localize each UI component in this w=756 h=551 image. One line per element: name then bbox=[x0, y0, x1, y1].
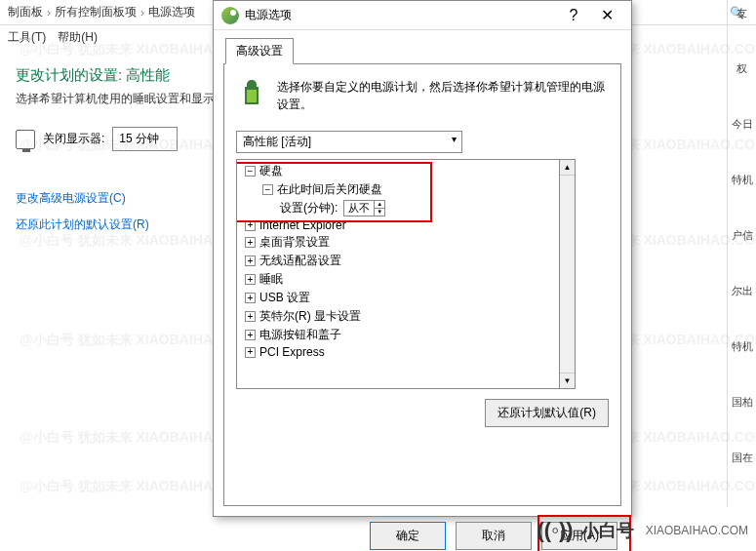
tree-item[interactable]: +桌面背景设置 bbox=[237, 233, 559, 252]
expand-icon[interactable]: + bbox=[245, 347, 256, 358]
tree-item[interactable]: +英特尔(R) 显卡设置 bbox=[237, 307, 559, 326]
tree-item[interactable]: +无线适配器设置 bbox=[237, 252, 559, 270]
scroll-up-icon[interactable]: ▲ bbox=[560, 160, 575, 176]
restore-defaults-button[interactable]: 还原计划默认值(R) bbox=[485, 399, 609, 427]
tree-item[interactable]: +电源按钮和盖子 bbox=[237, 326, 559, 344]
battery-icon bbox=[236, 78, 267, 109]
dialog-title: 电源选项 bbox=[245, 7, 557, 23]
power-icon bbox=[221, 7, 239, 24]
breadcrumb-item[interactable]: 所有控制面板项 bbox=[55, 4, 137, 20]
expand-icon[interactable]: + bbox=[245, 311, 256, 322]
highlight-box bbox=[236, 162, 432, 222]
settings-tree: − 硬盘 − 在此时间后关闭硬盘 设置(分钟): 从不 ▲▼ bbox=[236, 159, 560, 389]
breadcrumb-item[interactable]: 制面板 bbox=[8, 4, 43, 20]
expand-icon[interactable]: + bbox=[245, 293, 256, 303]
menu-tools[interactable]: 工具(T) bbox=[8, 29, 46, 47]
chevron-icon: › bbox=[47, 6, 51, 20]
close-button[interactable]: ✕ bbox=[590, 5, 623, 26]
tree-item[interactable]: +USB 设置 bbox=[237, 289, 559, 307]
chevron-icon: › bbox=[140, 6, 144, 20]
tree-scrollbar[interactable]: ▲ ▼ bbox=[560, 159, 576, 389]
display-off-label: 关闭显示器: bbox=[43, 131, 104, 147]
display-off-select[interactable]: 15 分钟 bbox=[112, 127, 178, 151]
tree-item[interactable]: +睡眠 bbox=[237, 270, 559, 289]
breadcrumb-item[interactable]: 电源选项 bbox=[148, 4, 195, 20]
dialog-description: 选择你要自定义的电源计划，然后选择你希望计算机管理的电源设置。 bbox=[277, 78, 609, 113]
cancel-button[interactable]: 取消 bbox=[456, 522, 532, 550]
brand-icon: ((◦)) bbox=[537, 518, 574, 543]
brand-watermark: ((◦)) 小白号 XIAOBAIHAO.COM bbox=[537, 518, 748, 543]
plan-dropdown[interactable]: 高性能 [活动] bbox=[236, 131, 462, 153]
ok-button[interactable]: 确定 bbox=[370, 522, 446, 550]
monitor-icon bbox=[16, 130, 35, 149]
expand-icon[interactable]: + bbox=[245, 256, 256, 266]
expand-icon[interactable]: + bbox=[245, 237, 256, 248]
dialog-titlebar[interactable]: 电源选项 ? ✕ bbox=[214, 1, 631, 30]
tab-advanced[interactable]: 高级设置 bbox=[225, 38, 294, 64]
expand-icon[interactable]: + bbox=[245, 330, 256, 340]
help-button[interactable]: ? bbox=[557, 5, 590, 26]
menu-help[interactable]: 帮助(H) bbox=[58, 29, 98, 47]
tree-item[interactable]: +PCI Express bbox=[237, 344, 559, 360]
power-options-dialog: 电源选项 ? ✕ 高级设置 选择你要自定义的电源计划，然后选择你希望计算机管理的… bbox=[213, 0, 632, 517]
scroll-down-icon[interactable]: ▼ bbox=[560, 373, 575, 388]
expand-icon[interactable]: + bbox=[245, 274, 256, 285]
right-strip: 友权今日 特机户信尔出 特机国柏国在 bbox=[727, 0, 756, 507]
